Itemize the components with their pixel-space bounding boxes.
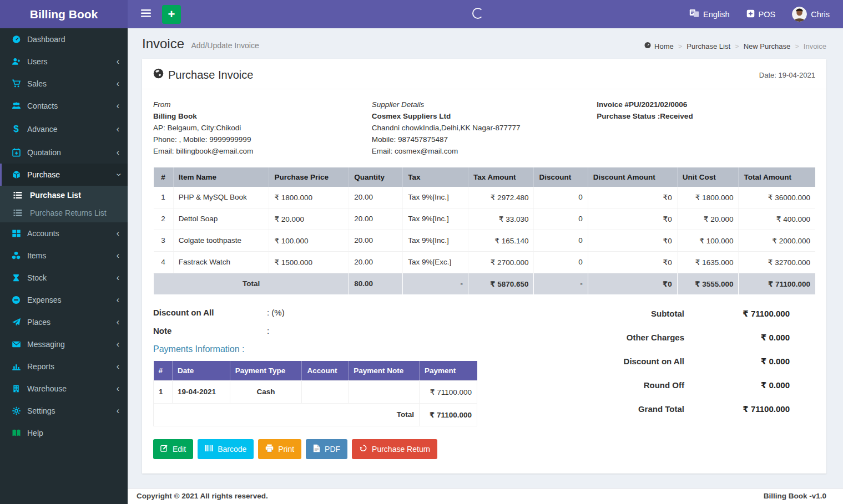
user-menu[interactable]: Chris [792,7,830,22]
chevron-left-icon: ‹ [117,57,119,66]
copyright-text: Copyright © 2021 All rights reserved. [137,492,268,500]
minus-circle-icon [10,296,22,304]
sidebar-item-quotation[interactable]: Quotation ‹ [0,141,128,164]
pos-button[interactable]: POS [746,9,776,19]
sidebar-item-purchase-list[interactable]: Purchase List [0,186,128,204]
cell: ₹ 1635.000 [677,251,739,273]
hamburger-icon [141,9,151,19]
cell: 19-04-2021 [172,380,230,403]
sidebar-label: Items [27,251,46,260]
add-new-button[interactable]: + [162,5,181,24]
user-name: Chris [811,10,830,19]
column-header: Quantity [349,167,403,187]
sidebar-item-contacts[interactable]: Contacts ‹ [0,95,128,117]
supplier-address: Chandni chowkIndia,Delhi,KK Nagar-877777 [372,123,597,134]
sidebar-item-dashboard[interactable]: Dashboard [0,28,128,50]
users-icon [10,101,22,110]
sidebar-item-items[interactable]: Items ‹ [0,245,128,267]
dashboard-icon [644,42,652,50]
cart-icon [10,79,22,88]
discount-on-all-label: Discount on All [153,308,267,317]
invoice-info: From Billing Book AP: Belgaum, City:Chik… [142,89,826,165]
barcode-button[interactable]: Barcode [198,439,254,459]
column-header: # [154,167,174,187]
globe-icon [153,68,164,82]
cell: 20.00 [349,208,403,230]
sidebar-label: Dashboard [27,35,65,44]
sidebar-item-purchase[interactable]: Purchase ‹ [0,164,128,186]
cell: ₹ 2000.000 [739,230,815,251]
cell: ₹ 71100.000 [739,273,815,294]
edit-button[interactable]: Edit [153,439,193,459]
sidebar-toggle-button[interactable] [134,4,158,24]
payments-total-row: Total ₹ 71100.000 [154,403,477,426]
sidebar-label: Contacts [27,101,58,110]
column-header: Tax Amount [468,167,533,187]
cell: Tax 9%[Inc.] [403,187,468,208]
chevron-left-icon: ‹ [117,125,119,134]
sidebar-item-advance[interactable]: $ Advance ‹ [0,117,128,141]
sidebar-item-expenses[interactable]: Expenses ‹ [0,289,128,311]
summary-value: ₹ 0.000 [684,380,790,390]
sidebar-label: Quotation [27,148,61,157]
summary-label: Round Off [571,380,684,390]
sidebar-item-sales[interactable]: Sales ‹ [0,73,128,95]
sidebar-label: Places [27,318,51,327]
cell: ₹ 1500.000 [269,251,349,273]
chevron-left-icon: ‹ [117,406,119,415]
chevron-left-icon: ‹ [117,79,119,88]
cell: ₹0 [588,208,677,230]
plus-square-icon [746,9,755,19]
payments-table: # Date Payment Type Account Payment Note… [153,361,477,426]
summary-row-round-off: Round Off ₹ 0.000 [571,380,790,390]
sidebar-item-purchase-returns-list[interactable]: Purchase Returns List [0,204,128,222]
sidebar-label: Messaging [27,340,65,349]
chevron-left-icon: ‹ [117,362,119,371]
sidebar-item-reports[interactable]: Reports ‹ [0,355,128,378]
calendar-plus-icon [10,148,22,157]
main-content: Invoice Add/Update Invoice Home > Purcha… [128,28,843,504]
cell: 1 [154,380,173,403]
cell: ₹ 36000.000 [739,187,815,208]
breadcrumb-home[interactable]: Home [644,42,674,50]
cell: Total [154,273,349,294]
cell: Dettol Soap [173,208,269,230]
invoice-card-header: Purchase Invoice Date: 19-04-2021 [142,59,826,89]
breadcrumb-new-purchase[interactable]: New Purchase [744,42,791,50]
sidebar-item-help[interactable]: Help [0,422,128,444]
supplier-block: Supplier Details Cosmex Suppliers Ltd Ch… [372,99,597,157]
summary-section: Subtotal ₹ 71100.000 Other Charges ₹ 0.0… [478,303,815,428]
cell: 0 [534,187,588,208]
avatar [792,7,807,22]
cell: 0 [534,208,588,230]
payments-section: Discount on All : (%) Note : Payments In… [153,303,478,428]
breadcrumb-purchase-list[interactable]: Purchase List [686,42,730,50]
cell: ₹ 71100.000 [420,403,477,426]
from-email: Email: billingbook@email.com [153,146,372,157]
sidebar-item-places[interactable]: Places ‹ [0,311,128,333]
pdf-button[interactable]: PDF [306,439,347,459]
invoice-number: Invoice #PU/2021/02/0006 [597,99,815,111]
purchase-return-button[interactable]: Purchase Return [352,439,437,459]
column-header: Date [172,361,230,381]
app-brand[interactable]: Billing Book [0,0,128,28]
sidebar-item-users[interactable]: Users ‹ [0,50,128,73]
summary-value: ₹ 0.000 [684,357,790,366]
invoice-meta-block: Invoice #PU/2021/02/0006 Purchase Status… [597,99,815,157]
sidebar-item-stock[interactable]: Stock ‹ [0,267,128,289]
sidebar-item-settings[interactable]: Settings ‹ [0,400,128,422]
list-icon [13,191,24,199]
cubes-icon [10,251,22,260]
cell: ₹ 20.000 [677,208,739,230]
cell [349,380,420,403]
sidebar-label: Purchase List [30,191,81,200]
language-menu[interactable]: English [689,9,730,19]
summary-label: Discount on All [571,357,684,366]
paper-plane-icon [10,318,22,327]
print-button[interactable]: Print [258,439,301,459]
sidebar-item-warehouse[interactable]: Warehouse ‹ [0,378,128,400]
sidebar-item-accounts[interactable]: Accounts ‹ [0,222,128,245]
sidebar-label: Users [27,57,48,66]
sidebar-item-messaging[interactable]: Messaging ‹ [0,333,128,355]
gears-icon [10,406,22,415]
